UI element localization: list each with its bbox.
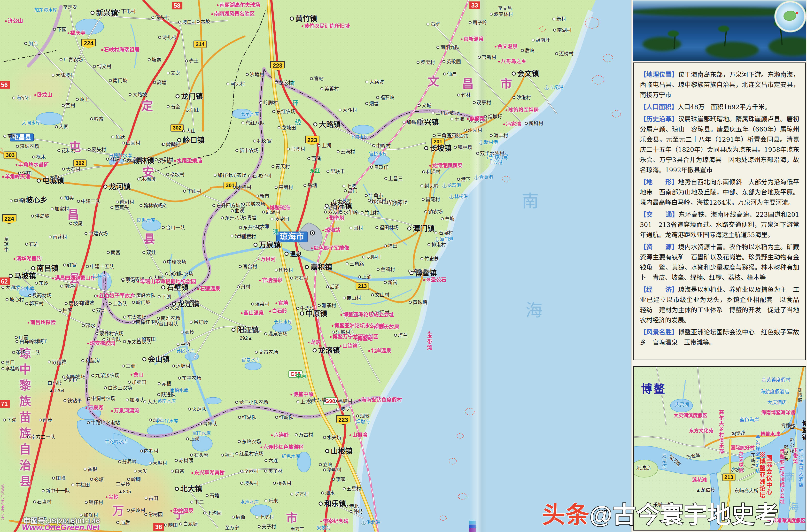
watermark-toutiao: 头条@古今寰宇地史考 xyxy=(542,496,779,530)
map-label: 黄珠塘 xyxy=(409,300,427,305)
map-label: 琼安橡胶园 xyxy=(87,340,115,346)
map-label: 昌 xyxy=(67,209,79,221)
map-label: 双滩 xyxy=(92,308,106,313)
map-label: 坡心村 xyxy=(5,297,24,302)
map-label: 文山村 xyxy=(371,292,390,298)
map-label: 仙楼村 xyxy=(238,234,256,240)
map-label: 石坑仔村 xyxy=(248,174,271,179)
map-label: 官塘 xyxy=(276,300,288,306)
map-label: 官桥水库 xyxy=(369,152,387,156)
map-label: 温泉村 xyxy=(251,302,269,307)
hainan-locator-globe xyxy=(775,1,806,32)
map-label: 罗万村 xyxy=(290,492,309,497)
map-label: 羊角岭天池 xyxy=(2,174,30,179)
map-label: 水央坑 xyxy=(323,435,341,440)
map-label: 黄竹农民训练所旧址 xyxy=(302,23,350,28)
map-label: 新科村 xyxy=(525,121,543,126)
map-label: 分界岭 xyxy=(118,459,137,464)
map-label: 昆山村 xyxy=(343,296,361,301)
map-label: 青塘 xyxy=(243,215,257,220)
info-section-header: 【历史沿革】 xyxy=(640,115,678,123)
map-label: 官台村 xyxy=(239,264,257,269)
info-section-body: 汉属珠崖郡玳瑁地。隋属珠崖颜卢县。唐初分属卢颜、琼山 容琼县。唐显庆五年（660… xyxy=(640,115,806,174)
road-badge: 213 xyxy=(356,282,369,290)
map-label: 下朗 xyxy=(158,294,171,300)
map-label: 市 xyxy=(286,512,298,524)
map-label: 白马岭 xyxy=(48,381,62,386)
map-label: 丹村 xyxy=(237,285,250,290)
map-label: 冯家湾 xyxy=(487,153,509,160)
map-label: 陈策将军祖居 xyxy=(506,107,539,113)
map-label: 锦江温泉大酒店 xyxy=(798,449,803,488)
map-label: 文克 xyxy=(166,305,180,310)
map-label: 白沙土农场 xyxy=(104,385,132,391)
map-label: 温泉 xyxy=(285,251,302,257)
map-label: 石壁温泉 xyxy=(198,286,220,291)
map-label: 周子岭 xyxy=(469,20,487,25)
road-badge: 302 xyxy=(170,124,184,132)
map-label: 温泉农场 xyxy=(264,331,287,337)
map-label: 洪岛坡 xyxy=(31,214,50,219)
map-label: 排港村 xyxy=(428,242,446,247)
map-label: ⚓龙湾港 xyxy=(442,183,461,188)
map-label: 溪头村 xyxy=(151,15,170,20)
map-label: 东太农场 xyxy=(123,315,147,320)
map-label: 山青 xyxy=(15,335,29,340)
map-label: 龙二小队农场 xyxy=(235,400,268,405)
map-label: 南方二十队 xyxy=(27,435,55,440)
map-label: 铺仔村 xyxy=(85,500,103,505)
map-label: 北大镇 xyxy=(175,485,202,493)
map-label: 苗 xyxy=(19,412,31,423)
map-label: 仙昌 xyxy=(443,72,457,77)
map-label: 六坡 xyxy=(197,19,210,24)
map-label: 高尔夫乡村俱乐部 xyxy=(719,410,724,454)
map-label: 万石村 xyxy=(290,276,308,281)
map-label: 山园村 xyxy=(122,141,140,146)
map-label: 黎 xyxy=(19,379,31,392)
map-label: 赤树磅 xyxy=(175,458,193,463)
map-label: 上湖 xyxy=(318,144,331,148)
map-label: 台口 xyxy=(1,360,15,365)
map-label: 烟敦 xyxy=(356,414,370,419)
map-label: 龙眼村 xyxy=(362,255,381,260)
map-label: 南茂 xyxy=(39,418,52,423)
map-label: 博鳌 xyxy=(641,383,666,395)
map-label: 千秋村 xyxy=(333,198,352,204)
map-label: 龙滚 xyxy=(308,340,321,345)
info-section-header: 【交 通】 xyxy=(640,211,678,218)
map-label: 市 xyxy=(500,78,512,90)
road-badge: 303 xyxy=(4,151,17,159)
map-label: 龙塘田 xyxy=(278,126,296,131)
map-label: 沐塘村 xyxy=(172,364,190,369)
map-label: 牛角市 xyxy=(365,193,383,198)
map-label: 南 xyxy=(522,192,540,210)
map-label: 港北 xyxy=(345,504,359,509)
map-label: 郭石村 xyxy=(25,301,43,306)
map-label: 尖岭村 xyxy=(127,508,145,513)
map-label: 六连岭 xyxy=(271,432,289,438)
map-label: 中洞村农场 xyxy=(87,396,115,401)
map-label: 新市 xyxy=(256,194,269,199)
map-label: 中平仔水库 xyxy=(155,419,178,424)
map-label: 李家 xyxy=(332,477,345,482)
map-label: 博鳌琼海 xyxy=(267,205,290,210)
map-label: 琼海站 xyxy=(322,227,340,233)
map-label: 映田 xyxy=(164,523,178,528)
map-label: ⚓港北港 xyxy=(361,520,380,525)
map-label: 龙湾港麒麟菜 xyxy=(429,163,463,168)
map-label: 安坡海 xyxy=(317,526,330,530)
map-label: 大山 xyxy=(182,129,196,134)
map-label: 波梦林村 xyxy=(490,12,513,17)
map-label: 山钦湾 xyxy=(340,343,358,348)
map-label: 长坡镇 xyxy=(424,144,452,152)
map-label: 红岭队 xyxy=(275,415,294,420)
map-label: 高朗村 xyxy=(275,185,293,190)
map-label: 下山村 xyxy=(183,189,202,194)
map-label: 东红农场 xyxy=(272,109,296,114)
map-label: 溪仔 xyxy=(53,361,67,366)
map-label: 禄马 xyxy=(221,453,234,458)
map-label: 中原 xyxy=(296,374,306,379)
map-label: 上昌三 xyxy=(384,176,403,182)
info-section-header: 【经 济】 xyxy=(640,286,678,293)
info-section-header: 【人口面积】 xyxy=(640,103,678,111)
